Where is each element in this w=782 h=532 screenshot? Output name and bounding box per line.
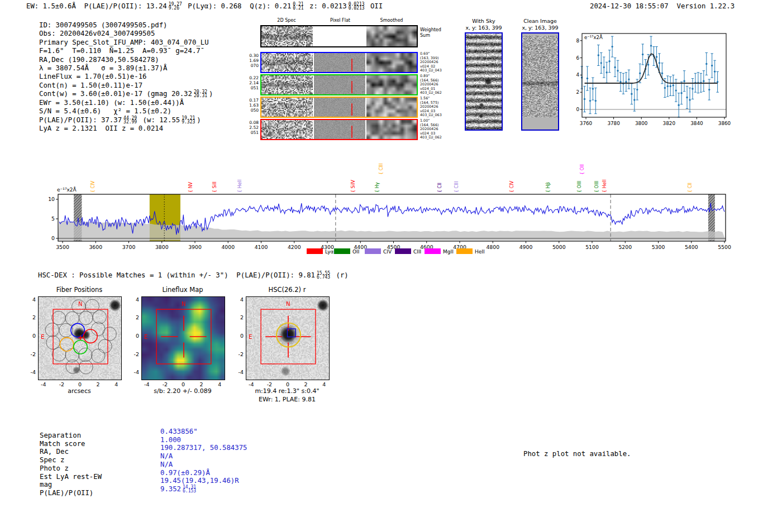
stacked-fraction: 0.210.21 bbox=[293, 2, 303, 10]
fit-x-tick: 3820 bbox=[663, 121, 676, 126]
left-label-line: 0.08 bbox=[246, 120, 259, 125]
fraction-lo: 9.323 bbox=[182, 120, 195, 124]
match-row-value: 190.287317, 50.584375 bbox=[160, 444, 247, 452]
version: Version 1.22.3 bbox=[676, 2, 735, 10]
text-segment: λ = 3807.54Å σ = 3.89(±1.37)Å bbox=[39, 64, 168, 72]
stacked-fraction: 15.556.743 bbox=[317, 271, 330, 279]
hsc-title: HSC(26.2) r bbox=[235, 286, 340, 294]
pixel-flat-image bbox=[314, 53, 365, 72]
match-row-value: 1.000 bbox=[160, 436, 247, 444]
fit-x-tick: 3860 bbox=[718, 121, 731, 126]
spec-x-tick: 4200 bbox=[288, 244, 301, 250]
left-label-line: 051 bbox=[246, 130, 259, 135]
stacked-fraction: 0.02130.0213 bbox=[349, 2, 365, 10]
legend-label: Lyα bbox=[325, 249, 334, 255]
fiber-xlabel: arcsecs bbox=[27, 387, 132, 395]
text-segment: N/A bbox=[160, 452, 173, 460]
match-row-label: mag bbox=[40, 481, 102, 489]
left-label-line: 051 bbox=[246, 85, 259, 90]
exposure-row-right-labels: 0.89"(164, 566)20200426v024_01403_LU_062 bbox=[420, 74, 442, 95]
emission-line-label: { CII bbox=[437, 183, 442, 193]
emission-line-label: { CIV bbox=[90, 180, 96, 193]
fit-y-tick: 4 bbox=[576, 72, 579, 78]
panel-x-tick: -2 bbox=[55, 381, 68, 387]
emission-line-label: { HeII bbox=[237, 180, 242, 193]
text-segment: RA,Dec (190.287430,50.584278) bbox=[39, 56, 159, 64]
info-line: Primary Spec_Slot_IFU_AMP: 403_074_070_L… bbox=[39, 39, 213, 47]
legend-swatch bbox=[425, 248, 441, 254]
panel-y-tick: -2 bbox=[230, 351, 244, 357]
left-label-line: 2.52 bbox=[246, 125, 259, 130]
spec-x-tick: 3900 bbox=[188, 244, 202, 250]
legend-label: OII bbox=[352, 249, 359, 255]
text-segment: P(Lyα): 0.268 Q(z): 0.21 bbox=[184, 2, 292, 10]
fiber-title: Fiber Positions bbox=[27, 286, 132, 294]
text-segment: N/A bbox=[160, 461, 173, 468]
spec-x-tick: 3600 bbox=[89, 244, 102, 250]
right-label-line: 403_LU_063 bbox=[420, 113, 442, 118]
info-line: Cont(w) = 3.60(±0.01)e-17 (gmag 20.3220.… bbox=[39, 90, 213, 99]
fit-x-tick: 3780 bbox=[607, 121, 620, 126]
panel-x-tick: 4 bbox=[110, 381, 122, 387]
stacked-fraction: 14.316.153 bbox=[183, 485, 196, 493]
match-row-value: 0.433856" bbox=[160, 428, 247, 436]
elixer-report-page: EW: 1.5±0.6Å P(LAE)/P(OII): 13.2419.279.… bbox=[0, 0, 782, 532]
panel-y-tick: -2 bbox=[22, 351, 36, 357]
panel-y-tick: 4 bbox=[22, 296, 36, 303]
text-segment: ) bbox=[197, 116, 201, 124]
lineflux-canvas bbox=[142, 297, 225, 380]
spec-x-tick: 3800 bbox=[155, 244, 169, 250]
fit-y-tick: 0 bbox=[576, 107, 579, 112]
emission-line-label: { OII bbox=[580, 164, 585, 175]
emission-line-label: { CIII bbox=[454, 181, 459, 193]
match-table-labels: SeparationMatch scoreRA, DecSpec zPhoto … bbox=[40, 432, 102, 497]
emission-line-label: { SiII bbox=[212, 181, 217, 193]
spacer bbox=[669, 2, 677, 10]
emission-line-label: { NV bbox=[188, 181, 193, 193]
text-segment: z: 0.0213 bbox=[306, 2, 347, 10]
panel-y-tick: 0 bbox=[230, 333, 244, 339]
panel-y-tick: 2 bbox=[126, 314, 139, 320]
panel-y-tick: -4 bbox=[126, 369, 139, 375]
legend-label: CIV bbox=[383, 249, 392, 255]
sky-panel-coords: x, y: 163, 399 bbox=[507, 25, 574, 31]
fit-x-tick: 3840 bbox=[690, 121, 703, 126]
info-line: LyA z = 2.1321 OII z = 0.0214 bbox=[39, 124, 213, 133]
smoothed-image bbox=[366, 75, 417, 94]
left-label-line: 2.14 bbox=[246, 80, 259, 85]
fit-y-tick: 8 bbox=[576, 38, 579, 44]
info-line: Obs: 20200426v024_3007499505 bbox=[39, 30, 213, 38]
text-segment: Primary Spec_Slot_IFU_AMP: 403_074_070_L… bbox=[39, 39, 209, 46]
text-segment: 9.352 bbox=[160, 485, 181, 493]
stacked-fraction: 44.2932.99 bbox=[123, 116, 137, 124]
stacked-fraction: 19.219.323 bbox=[182, 116, 195, 124]
match-row-label: Photo z bbox=[40, 464, 102, 473]
left-label-line: 0.22 bbox=[246, 75, 259, 80]
info-line: LineFlux = 1.70(±0.51)e-16 bbox=[39, 73, 213, 81]
text-segment: LineFlux = 1.70(±0.51)e-16 bbox=[39, 73, 147, 80]
fit-y-tick: 6 bbox=[576, 55, 579, 61]
panel-y-tick: 2 bbox=[22, 314, 36, 320]
spec-x-tick: 5200 bbox=[618, 244, 632, 250]
panel-y-tick: 0 bbox=[22, 333, 36, 339]
text-segment: Cont(n) = 1.50(±0.11)e-17 bbox=[39, 82, 142, 89]
cutout-col-header: 2D Spec bbox=[267, 18, 306, 23]
fraction-lo: 0.0213 bbox=[349, 6, 365, 10]
legend-swatch bbox=[334, 248, 350, 254]
spec-y-tick: 10 bbox=[48, 196, 55, 202]
text-segment: 1.000 bbox=[160, 436, 181, 444]
weighted-label-line: Weighted bbox=[420, 27, 441, 33]
right-label-line: 403_LU_062 bbox=[420, 91, 442, 95]
2d-spec-image bbox=[261, 53, 313, 72]
fit-x-tick: 3800 bbox=[635, 121, 648, 126]
match-row-value: N/A bbox=[160, 452, 247, 461]
2d-spec-image bbox=[261, 75, 313, 94]
info-line: λ = 3807.54Å σ = 3.89(±1.37)Å bbox=[39, 64, 213, 73]
exposure-row-right-labels: 1.00"(164, 566)20200426v024_03403_LU_062 bbox=[420, 119, 442, 140]
summary-header: EW: 1.5±0.6Å P(LAE)/P(OII): 13.2419.279.… bbox=[26, 2, 383, 11]
text-segment: EWr = 3.50(±1.10) (w: 1.50(±0.44))Å bbox=[39, 99, 184, 107]
text-segment: OII bbox=[366, 2, 383, 10]
clean-image bbox=[521, 32, 559, 131]
sky-panel-title-text: Clean Image bbox=[507, 18, 574, 25]
smoothed-image bbox=[366, 53, 417, 72]
